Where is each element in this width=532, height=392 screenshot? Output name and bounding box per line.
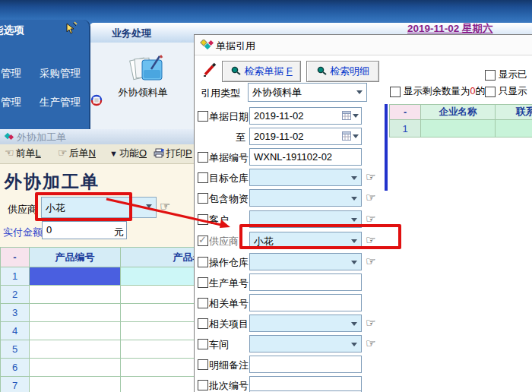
checkbox-生产单号[interactable] — [198, 277, 208, 288]
nav-menu-item[interactable]: 生产管理 — [40, 96, 81, 109]
combo-客户[interactable] — [249, 210, 362, 228]
chevron-down-icon[interactable] — [351, 261, 357, 264]
hand-picker-icon[interactable]: ☞ — [366, 254, 375, 268]
checkbox-操作仓库[interactable] — [198, 257, 208, 267]
dialog-title: 单据引用 — [216, 40, 255, 53]
nav-menu-item[interactable]: 采购管理 — [40, 67, 81, 81]
toolbar-item-后单[interactable]: ☞后单N — [58, 147, 96, 160]
column-header: - — [1, 248, 30, 267]
chevron-down-icon[interactable] — [351, 343, 357, 346]
combo-目标仓库[interactable] — [249, 169, 362, 186]
checkbox-相关项目[interactable] — [198, 318, 208, 329]
calendar-icon[interactable] — [342, 131, 359, 141]
chevron-down-icon[interactable] — [351, 176, 357, 180]
edit-pen-icon[interactable] — [202, 62, 217, 80]
dialog-titlebar[interactable]: 单据引用 — [195, 35, 532, 55]
grid-cell[interactable]: 1 — [390, 120, 421, 138]
input-生产单号[interactable] — [249, 273, 362, 291]
hand-picker-icon[interactable]: ☞ — [366, 191, 375, 204]
toolbar-item-前单[interactable]: ☜前单L — [5, 147, 41, 160]
document-pencil-icon[interactable] — [129, 55, 164, 87]
chevron-down-icon[interactable] — [146, 204, 152, 208]
chevron-down-icon[interactable] — [356, 90, 363, 94]
checkbox-供应商[interactable]: ✓ — [198, 236, 208, 246]
input-相关单号[interactable] — [249, 294, 362, 311]
combo-供应商[interactable]: 小花 — [249, 232, 362, 249]
checkbox-单据编号[interactable] — [198, 152, 208, 163]
checkbox-包含物资[interactable] — [198, 193, 208, 204]
chevron-down-icon[interactable] — [351, 239, 357, 243]
grid-cell[interactable] — [30, 322, 121, 340]
option-show-referenced[interactable]: 显示已 — [485, 68, 527, 81]
splitter-bar[interactable] — [385, 104, 388, 191]
checkbox-相关单号[interactable] — [198, 298, 208, 308]
row-number[interactable]: 6 — [1, 359, 30, 377]
row-number[interactable]: 1 — [1, 267, 30, 286]
checkbox[interactable] — [485, 70, 496, 81]
checkbox-车间[interactable] — [198, 339, 208, 349]
grid-cell[interactable] — [30, 377, 121, 392]
grid-cell[interactable] — [30, 304, 121, 322]
checkbox[interactable] — [485, 87, 496, 97]
row-number[interactable]: 3 — [1, 304, 30, 322]
hand-picker-icon[interactable]: ☞ — [366, 212, 375, 226]
table-row: 1 — [390, 120, 532, 138]
shortcut-label[interactable]: 外协领料单 — [111, 86, 175, 100]
hand-picker-icon[interactable]: ☞ — [366, 337, 375, 350]
supplier-combo[interactable]: 小花 — [41, 197, 157, 218]
option-remaining-zero[interactable]: 显示剩余数量为0的 — [390, 85, 485, 98]
toolbar-item-label: 打印P — [166, 147, 192, 159]
ref-type-combo[interactable]: 外协领料单 — [248, 83, 367, 102]
tab-business-processing[interactable]: 业务处理 — [112, 27, 151, 40]
nav-menu-item[interactable]: 管理 — [1, 96, 21, 109]
reference-dialog: 单据引用 检索单据 F 检索明细 引用类型 外协领料单 显示剩余数量为0的 显示… — [194, 34, 532, 392]
hand-picker-icon[interactable]: ☞ — [366, 170, 375, 184]
row-number[interactable]: 2 — [1, 286, 30, 304]
field-value: 2019-11-02 — [254, 131, 304, 142]
checkbox-客户[interactable] — [198, 214, 208, 225]
grid-cell[interactable] — [30, 359, 121, 377]
row-number[interactable]: 4 — [1, 322, 30, 340]
option-show-only[interactable]: 只显示 — [485, 85, 527, 98]
input-单据编号[interactable]: WXNL-191102-02 — [249, 148, 362, 166]
nav-menu-item[interactable]: 管理 — [1, 67, 21, 81]
input-至[interactable]: 2019-11-02 — [249, 128, 362, 145]
combo-相关项目[interactable] — [249, 315, 362, 332]
row-number[interactable]: 5 — [1, 340, 30, 359]
nav-panel-title: 能选项 — [0, 24, 24, 37]
checkbox-批次编号[interactable] — [198, 380, 208, 390]
chevron-down-icon[interactable] — [351, 218, 357, 222]
row-number[interactable]: 7 — [1, 377, 30, 392]
input-明细备注[interactable] — [249, 356, 362, 373]
grid-cell[interactable] — [30, 340, 121, 359]
calendar-icon[interactable] — [342, 111, 359, 120]
filter-row-操作仓库: 操作仓库☞ — [195, 253, 385, 270]
hand-picker-icon[interactable]: ☞ — [366, 233, 375, 247]
grid-cell[interactable] — [30, 267, 121, 286]
chevron-down-icon[interactable] — [351, 322, 357, 326]
checkbox-目标仓库[interactable] — [198, 172, 208, 183]
checkbox-明细备注[interactable] — [198, 359, 208, 370]
checkmark-icon: ✓ — [198, 234, 207, 245]
combo-车间[interactable] — [249, 335, 362, 352]
field-label: 相关单号 — [209, 297, 245, 311]
hand-picker-icon[interactable]: ☞ — [160, 199, 170, 213]
combo-包含物资[interactable] — [249, 189, 362, 207]
grid-cell[interactable] — [496, 120, 532, 138]
toolbar-item-功能[interactable]: ▼功能O — [109, 147, 147, 160]
grid-cell[interactable] — [30, 286, 121, 304]
app-root: 业务处理 2019-11-02 星期六 外协领料单 能选项 管理采购管理管理生产… — [0, 0, 532, 392]
search-detail-button[interactable]: 检索明细 — [306, 61, 379, 82]
hand-picker-icon[interactable]: ☞ — [366, 316, 375, 330]
grid-cell[interactable] — [421, 120, 496, 138]
field-value: 小花 — [254, 235, 274, 248]
checkbox-单据日期[interactable] — [198, 111, 208, 122]
toolbar-item-打印[interactable]: 打印P — [154, 147, 192, 160]
combo-操作仓库[interactable] — [249, 253, 362, 270]
checkbox[interactable] — [390, 87, 401, 97]
input-批次编号[interactable] — [249, 376, 362, 392]
search-document-button[interactable]: 检索单据 F — [222, 61, 301, 82]
nav-menu-row: 管理生产管理 — [0, 96, 89, 109]
input-单据日期[interactable]: 2019-11-02 — [249, 107, 362, 125]
chevron-down-icon[interactable] — [351, 197, 357, 201]
